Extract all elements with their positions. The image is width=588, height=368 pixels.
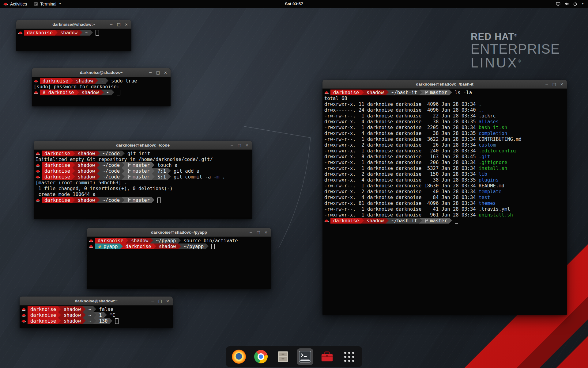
minimize-button[interactable]: − — [110, 22, 113, 26]
close-button[interactable]: × — [164, 71, 167, 75]
prompt-segment: ~/code — [100, 197, 122, 203]
command-text: ^C — [110, 312, 115, 318]
powerline-separator — [386, 90, 389, 95]
redhat-prompt-icon — [36, 198, 40, 202]
dock-item-terminal[interactable] — [297, 348, 313, 365]
redhat-prompt-icon — [89, 245, 93, 248]
output-line: -rwxrwxr-x. 1 darknoise darknoise 206 Ja… — [324, 159, 565, 165]
prompt-line: darknoiseshadow~/pyappsource bin/activat… — [89, 238, 269, 243]
prompt-segment-text: shadow — [64, 318, 81, 324]
prompt-segment: pyapp — [95, 243, 120, 249]
output-text: drwxrwxr-x. 2 darknoise darknoise 150 Ja… — [324, 171, 479, 177]
powerline-arrow — [152, 162, 155, 168]
system-status-area[interactable]: ▼ — [552, 0, 588, 8]
powerline-separator — [97, 197, 100, 203]
output-line: drwxrwxr-x. 4 darknoise darknoise 38 Jan… — [324, 177, 565, 183]
output-text: README.md — [479, 183, 504, 189]
output-text: drwxrwxr-x. 2 darknoise darknoise 26 Jan… — [324, 142, 479, 148]
close-button[interactable]: × — [264, 230, 268, 234]
terminal-content[interactable]: darknoiseshadow~falsedarknoiseshadow~1^C… — [20, 305, 173, 328]
terminal-content[interactable]: darknoiseshadow~/pyappsource bin/activat… — [87, 237, 271, 289]
terminal-window[interactable]: darknoise@shadow:~/pyapp−□×darknoiseshad… — [87, 228, 271, 289]
window-titlebar[interactable]: darknoise@shadow:~−□× — [32, 68, 171, 77]
powerline-arrow — [120, 243, 123, 249]
prompt-segment: shadow — [75, 197, 97, 203]
maximize-button[interactable]: □ — [552, 82, 556, 86]
terminal-content[interactable]: darknoiseshadow~/codegit initInitialized… — [34, 150, 252, 219]
close-button[interactable]: × — [125, 22, 128, 26]
minimize-button[interactable]: − — [249, 230, 253, 234]
output-line: [sudo] password for darknoise: — [34, 84, 169, 90]
close-button[interactable]: × — [166, 299, 169, 303]
close-button[interactable]: × — [245, 143, 249, 147]
terminal-content[interactable]: darknoiseshadow~sudo true[sudo] password… — [32, 77, 171, 106]
chrome-icon — [254, 350, 268, 363]
output-line: total 68 — [324, 95, 565, 101]
output-text: CONTRIBUTING.md — [479, 136, 522, 142]
maximize-button[interactable]: □ — [238, 143, 241, 147]
dock-item-toolbox[interactable] — [319, 348, 335, 365]
output-text: plugins — [479, 177, 499, 183]
output-text: bash_it.sh — [479, 125, 507, 130]
minimize-button[interactable]: − — [149, 71, 152, 75]
dock-item-files[interactable] — [275, 348, 291, 365]
maximize-button[interactable]: □ — [117, 22, 121, 26]
registered-mark: ® — [514, 33, 517, 37]
output-text: completion — [479, 131, 507, 136]
window-titlebar[interactable]: darknoise@shadow:~−□× — [20, 297, 173, 305]
activities-button[interactable]: Activities — [0, 0, 30, 8]
maximize-button[interactable]: □ — [158, 299, 162, 303]
powerline-arrow — [168, 174, 171, 179]
powerline-separator — [80, 30, 82, 36]
powerline-arrow — [101, 90, 104, 95]
dock-item-chrome[interactable] — [253, 348, 269, 365]
powerline-separator — [449, 90, 452, 95]
powerline-arrow — [97, 197, 100, 203]
window-titlebar[interactable]: darknoise@shadow:~−□× — [16, 20, 131, 29]
display-icon — [556, 2, 560, 6]
terminal-window[interactable]: darknoise@shadow:~−□×darknoiseshadow~fal… — [20, 297, 173, 328]
minimize-button[interactable]: − — [545, 82, 548, 86]
prompt-segment-text: darknoise — [30, 318, 56, 324]
window-titlebar[interactable]: darknoise@shadow:~/bash-it−□× — [322, 80, 567, 89]
prompt-line: darknoiseshadow~130 — [21, 318, 171, 324]
powerline-arrow — [72, 174, 75, 179]
powerline-arrow — [178, 243, 181, 249]
prompt-segment-text: S:1 — [157, 174, 166, 180]
terminal-window[interactable]: darknoise@shadow:~/bash-it−□×darknoisesh… — [322, 80, 567, 315]
close-button[interactable]: × — [560, 82, 564, 86]
output-line: drwxrwxr-x. 4 darknoise darknoise 84 Jan… — [324, 194, 565, 200]
window-titlebar[interactable]: darknoise@shadow:~/code−□× — [34, 141, 252, 150]
dock-item-firefox[interactable] — [231, 348, 247, 365]
maximize-button[interactable]: □ — [156, 71, 160, 75]
wallpaper-brand: RED HAT® ENTERPRISE LINUX® — [471, 32, 560, 70]
powerline-arrow — [93, 306, 96, 312]
powerline-separator — [95, 78, 98, 84]
command-text: git add a — [174, 168, 199, 174]
prompt-line: # darknoiseshadow~ — [34, 90, 169, 95]
maximize-button[interactable]: □ — [257, 230, 260, 234]
prompt-segment: darknoise — [40, 78, 70, 84]
app-menu-terminal[interactable]: Terminal ▼ — [30, 0, 65, 8]
prompt-segment-text: shadow — [78, 151, 95, 156]
window-titlebar[interactable]: darknoise@shadow:~/pyapp−□× — [87, 228, 271, 237]
terminal-content[interactable]: darknoiseshadow~/bash-itmasterls -latota… — [322, 89, 567, 315]
prompt-segment: shadow — [61, 306, 83, 312]
terminal-window[interactable]: darknoise@shadow:~/code−□×darknoiseshado… — [34, 141, 252, 219]
dock-item-appgrid[interactable] — [341, 348, 357, 365]
prompt-segment-text: shadow — [82, 90, 99, 95]
terminal-window[interactable]: darknoise@shadow:~−□×darknoiseshadow~ — [16, 20, 131, 51]
terminal-window[interactable]: darknoise@shadow:~−□×darknoiseshadow~sud… — [32, 68, 171, 106]
minimize-button[interactable]: − — [230, 143, 234, 147]
prompt-line: pyappdarknoiseshadow~/pyapp — [89, 243, 269, 249]
minimize-button[interactable]: − — [151, 299, 154, 303]
prompt-segment: darknoise — [42, 197, 72, 203]
prompt-segment: ~ — [86, 306, 93, 312]
clock[interactable]: Sat 03:57 — [285, 2, 303, 6]
output-line: -rw-rw-r--. 1 darknoise darknoise 18630 … — [324, 183, 565, 189]
app-grid-icon — [344, 352, 354, 362]
powerline-arrow — [104, 312, 107, 318]
terminal-content[interactable]: darknoiseshadow~ — [16, 29, 131, 51]
output-text: . — [479, 102, 481, 107]
output-text: [sudo] password for darknoise: — [34, 84, 119, 90]
